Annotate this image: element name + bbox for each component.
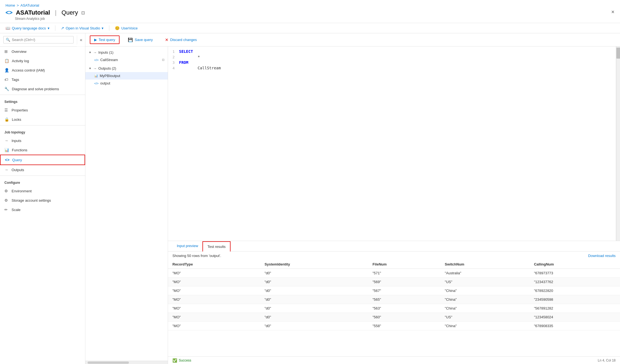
tab-test-results[interactable]: Test results — [202, 241, 231, 251]
tags-icon: 🏷 — [4, 77, 9, 82]
editor-vscroll[interactable] — [616, 46, 620, 241]
docs-icon: 📖 — [6, 26, 10, 30]
activity-log-label: Activity log — [12, 59, 29, 63]
code-line-2: 2 * — [168, 54, 616, 60]
functions-label: Functions — [12, 148, 27, 152]
col-file-num: FileNum — [368, 260, 440, 269]
collapse-button[interactable]: « — [77, 35, 85, 45]
storage-icon: ⚙ — [4, 198, 9, 202]
discard-changes-button[interactable]: ✕ Discard changes — [161, 36, 201, 44]
table-row: "MO""d0""571""Australia""678973773 — [168, 269, 620, 278]
callstream-item[interactable]: </> CallStream ⊡ — [85, 56, 168, 64]
test-query-button[interactable]: ▶ Test query — [90, 35, 120, 44]
tree-hscroll[interactable] — [85, 361, 168, 364]
table-row: "MO""d0""560""US""123458024 — [168, 313, 620, 322]
line-code-3: FROM — [179, 60, 188, 65]
open-visual-studio-button[interactable]: ↗ Open in Visual Studio ▾ — [61, 26, 104, 30]
table-cell: "678908335 — [530, 322, 620, 330]
table-cell: "MO" — [168, 295, 260, 304]
test-results-label: Test results — [207, 245, 226, 249]
outputs-section: ▼ → Outputs (2) 📊 MyPBIoutput </> output — [85, 65, 168, 87]
sidebar-item-environment[interactable]: ⚙ Environment — [0, 186, 85, 196]
table-cell: "d0" — [260, 286, 368, 295]
col-system-identity: SystemIdentity — [260, 260, 368, 269]
sidebar-item-functions[interactable]: 📊 Functions — [0, 145, 85, 155]
breadcrumb-home[interactable]: Home — [6, 3, 15, 7]
configure-section-label: Configure — [0, 177, 85, 186]
sidebar-item-overview[interactable]: ⊞ Overview — [0, 47, 85, 56]
table-cell: "China" — [440, 304, 530, 313]
table-cell: "d0" — [260, 295, 368, 304]
configure-divider — [0, 176, 85, 176]
inputs-tree-header[interactable]: ▼ → Inputs (1) — [85, 49, 168, 56]
outputs-tree-header[interactable]: ▼ → Outputs (2) — [85, 65, 168, 72]
uservoice-button[interactable]: 😊 UserVoice — [115, 26, 137, 30]
line-num-4: 4 — [168, 66, 179, 70]
download-results-link[interactable]: Download results — [588, 254, 616, 258]
sidebar-item-scale[interactable]: ✏ Scale — [0, 205, 85, 214]
content-area: ▶ Test query 💾 Save query ✕ Discard chan… — [85, 33, 620, 364]
tags-label: Tags — [12, 78, 19, 82]
properties-label: Properties — [12, 108, 28, 112]
table-row: "MO""d0""569""US""123437762 — [168, 278, 620, 286]
inputs-tree-icon: → — [93, 50, 97, 54]
table-cell: "565" — [368, 295, 440, 304]
breadcrumb-sep: > — [17, 3, 19, 7]
table-cell: "US" — [440, 278, 530, 286]
input-preview-label: Input preview — [177, 244, 198, 248]
query-icon: <> — [5, 158, 9, 162]
results-table[interactable]: RecordType SystemIdentity FileNum Switch… — [168, 260, 620, 356]
sidebar-item-access-control[interactable]: 👤 Access control (IAM) — [0, 65, 85, 75]
code-editor[interactable]: 1 SELECT 2 * 3 FROM — [168, 46, 616, 241]
uservoice-label: UserVoice — [121, 26, 137, 30]
mypbi-icon: 📊 — [94, 74, 98, 78]
search-box[interactable]: 🔍 — [3, 36, 74, 43]
table-cell: "US" — [440, 313, 530, 322]
asa-icon: <> — [6, 9, 13, 16]
query-language-docs-button[interactable]: 📖 Query language docs ▾ — [6, 26, 50, 30]
search-input[interactable] — [12, 38, 71, 42]
functions-icon: 📊 — [4, 148, 9, 152]
table-cell: "China" — [440, 295, 530, 304]
sidebar-item-diagnose[interactable]: 🔧 Diagnose and solve problems — [0, 84, 85, 94]
status-bar: ✅ Success Ln 4, Col 18 — [168, 356, 620, 364]
header-right: × — [611, 9, 614, 15]
settings-section-label: Settings — [0, 96, 85, 105]
output-item[interactable]: </> output — [85, 80, 168, 87]
close-button[interactable]: × — [611, 9, 614, 15]
code-line-1: 1 SELECT — [168, 49, 616, 54]
sidebar-item-activity-log[interactable]: 📋 Activity log — [0, 56, 85, 65]
sidebar-item-outputs[interactable]: → Outputs — [0, 165, 85, 174]
sidebar-item-query[interactable]: <> Query — [0, 155, 85, 165]
table-cell: "MO" — [168, 313, 260, 322]
access-control-label: Access control (IAM) — [12, 68, 45, 72]
sidebar-item-locks[interactable]: 🔒 Locks — [0, 115, 85, 124]
storage-label: Storage account settings — [12, 198, 51, 202]
job-topology-section-label: Job topology — [0, 127, 85, 136]
test-query-icon: ▶ — [94, 38, 97, 42]
sidebar-item-inputs[interactable]: → Inputs — [0, 136, 85, 145]
job-topology-nav: → Inputs 📊 Functions <> Query → Outputs — [0, 136, 85, 174]
callstream-copy-icon[interactable]: ⊡ — [162, 58, 164, 62]
scale-label: Scale — [12, 208, 21, 212]
tab-input-preview[interactable]: Input preview — [172, 241, 202, 251]
breadcrumb-tutorial[interactable]: ASATutorial — [20, 3, 39, 7]
access-control-icon: 👤 — [4, 68, 9, 72]
mypbioutput-item[interactable]: 📊 MyPBIoutput — [85, 72, 168, 80]
sidebar-item-properties[interactable]: ☰ Properties — [0, 105, 85, 115]
title-divider: | — [55, 9, 57, 16]
line-num-3: 3 — [168, 61, 179, 65]
test-query-label: Test query — [99, 38, 115, 42]
page-title-name: ASATutorial — [16, 9, 50, 16]
copy-icon[interactable]: ⊡ — [81, 10, 85, 15]
callstream-icon: </> — [94, 58, 99, 62]
col-record-type: RecordType — [168, 260, 260, 269]
sidebar-item-storage-account[interactable]: ⚙ Storage account settings — [0, 196, 85, 205]
sidebar-item-tags[interactable]: 🏷 Tags — [0, 75, 85, 84]
docs-chevron: ▾ — [48, 26, 50, 30]
save-query-label: Save query — [135, 38, 153, 42]
save-query-button[interactable]: 💾 Save query — [124, 36, 157, 44]
page-title-page: Query — [61, 9, 78, 16]
outputs-tree-label: Outputs (2) — [98, 66, 116, 70]
outputs-icon: → — [4, 168, 9, 172]
